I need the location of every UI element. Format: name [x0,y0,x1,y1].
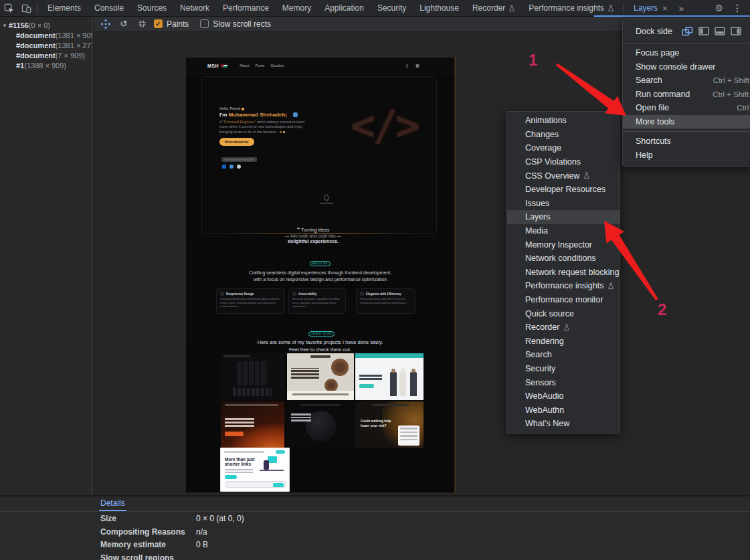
pan-mode-icon[interactable] [100,18,112,30]
twitter-icon [229,165,233,169]
hero-greeting: Hello, Friend [219,106,244,110]
menu-item-run-command[interactable]: Run commandCtrl + Shift + P [623,88,750,102]
inspect-element-icon[interactable] [0,0,17,16]
more-tools-item-memory-inspector[interactable]: Memory Inspector [507,238,620,252]
shortcut-hint: Ctrl + Shift + P [700,90,750,98]
more-tools-item-quick-source[interactable]: Quick source [507,306,620,320]
menu-item-more-tools[interactable]: More tools▶ [623,115,750,129]
menu-item-shortcuts[interactable]: Shortcuts [623,134,750,149]
more-tools-item-performance-insights[interactable]: Performance insights [507,279,620,293]
experiment-flask-icon [583,172,590,179]
more-tools-item-network-request-blocking[interactable]: Network request blocking [507,266,620,280]
more-tools-item-media[interactable]: Media [507,224,620,238]
tab-label: Recorder [472,3,505,13]
dock-bottom-icon[interactable] [715,27,725,35]
social-links [222,165,241,169]
github-icon [237,165,241,169]
rotate-mode-icon[interactable]: ↺ [118,18,130,30]
menu-item-show-console-drawer[interactable]: Show console drawerEsc [623,60,750,74]
more-tools-item-rendering[interactable]: Rendering [507,335,620,349]
more-tools-item-css-overview[interactable]: CSS Overview [507,169,620,183]
mouse-icon [324,195,329,201]
layer-name: #1156 [9,21,29,29]
close-tab-icon[interactable]: × [662,3,668,13]
more-tools-item-sensors[interactable]: Sensors [507,375,620,389]
more-tabs-icon[interactable]: » [674,3,688,13]
accessibility-icon [292,292,296,296]
more-tools-item-webauthn[interactable]: WebAuthn [507,403,620,417]
layer-tree-row[interactable]: ▼#1156(0 × 0) [0,21,92,31]
palestine-flag-icon [221,64,227,68]
tab-console[interactable]: Console [88,0,130,16]
menu-item-focus-page[interactable]: Focus page [623,46,750,60]
more-tools-item-whats-new[interactable]: What's New [507,417,620,431]
layer-tree-row[interactable]: #document(1381 × 909) [0,31,92,41]
tab-memory[interactable]: Memory [276,0,318,16]
toolbar-divider [624,3,624,13]
more-tools-item-coverage[interactable]: Coverage [507,141,620,155]
tab-lighthouse[interactable]: Lighthouse [413,0,466,16]
more-tools-item-animations[interactable]: Animations [507,114,620,128]
menu-item-search[interactable]: SearchCtrl + Shift + F [623,74,750,88]
tab-label: Performance insights [529,3,604,13]
dock-side-label: Dock side [636,27,672,36]
reset-view-icon[interactable] [136,18,148,30]
tab-sources[interactable]: Sources [130,0,173,16]
more-tools-item-changes[interactable]: Changes [507,128,620,142]
dock-left-icon[interactable] [698,27,709,35]
expand-caret-icon[interactable]: ▼ [2,23,7,29]
layer-tree-row[interactable]: #document(7 × 909) [0,51,92,61]
tab-layers[interactable]: Layers × [627,0,674,16]
project-thumbnail-1 [221,353,284,400]
project-thumbnail-2 [287,353,354,400]
settings-gear-icon[interactable]: ⚙ [715,3,723,13]
tab-recorder[interactable]: Recorder [466,0,522,16]
tab-label: Layers [634,3,658,13]
nav-link: Goodies [270,64,284,68]
more-tools-item-issues[interactable]: Issues [507,197,620,211]
layer-tree-row[interactable]: #document(1381 × 277 [0,41,92,51]
tech-stack-badge [221,157,257,162]
layer-tree-row[interactable]: #1(1388 × 909) [0,61,92,71]
more-tools-item-csp-violations[interactable]: CSP Violations [507,155,620,169]
more-tools-item-network-conditions[interactable]: Network conditions [507,252,620,266]
more-tools-item-performance-monitor[interactable]: Performance monitor [507,293,620,307]
tab-elements[interactable]: Elements [41,0,88,16]
more-tools-item-webaudio[interactable]: WebAudio [507,389,620,403]
tab-performance[interactable]: Performance [216,0,276,16]
active-tab-indicator [594,15,750,17]
device-toolbar-icon[interactable] [17,0,35,16]
site-logo: MSH [207,64,219,68]
tab-security[interactable]: Security [371,0,413,16]
page-layer-preview[interactable]: MSH About Posts Goodies ☾ ⚙ Hello, Frien… [185,57,455,493]
kebab-menu-icon[interactable]: ⋮ [733,3,742,13]
project-caption: Could walking help lower your risk? [361,419,398,428]
slow-scroll-rects-checkbox[interactable] [200,19,209,28]
shortcut-hint: Ctrl + Shift + F [701,76,750,84]
typing-caret: | [285,112,286,118]
layer-tree-sidebar: ▼#1156(0 × 0) #document(1381 × 909) #doc… [0,17,93,495]
undock-icon[interactable] [682,27,693,36]
tab-network[interactable]: Network [173,0,216,16]
menu-item-help[interactable]: Help▶ [623,149,750,163]
more-tools-item-security[interactable]: Security [507,362,620,376]
menu-separator [623,43,750,43]
hero-description: A "Frontend Engineer" who's always curio… [219,120,310,134]
dock-right-icon[interactable] [731,27,741,35]
devtools-tabbar: Elements Console Sources Network Perform… [0,0,750,17]
paints-checkbox[interactable]: ✓ [154,19,163,28]
tab-details[interactable]: Details [99,496,126,511]
tab-application[interactable]: Application [318,0,371,16]
menu-item-open-file[interactable]: Open fileCtrl + P [623,101,750,115]
tab-performance-insights[interactable]: Performance insights [522,0,621,16]
more-tools-item-search[interactable]: Search [507,348,620,362]
more-tools-item-layers[interactable]: Layers [507,210,620,224]
scroll-indicator: scroll down [315,195,338,205]
more-tools-item-recorder[interactable]: Recorder [507,320,620,335]
toolbar-divider [37,3,38,13]
details-tabstrip: Details [0,496,750,512]
more-tools-item-developer-resources[interactable]: Developer Resources [507,183,620,197]
code-glyph-art: </> [351,101,417,150]
layer-size: (1388 × 909) [24,62,66,70]
layer-name: #document [16,31,56,39]
